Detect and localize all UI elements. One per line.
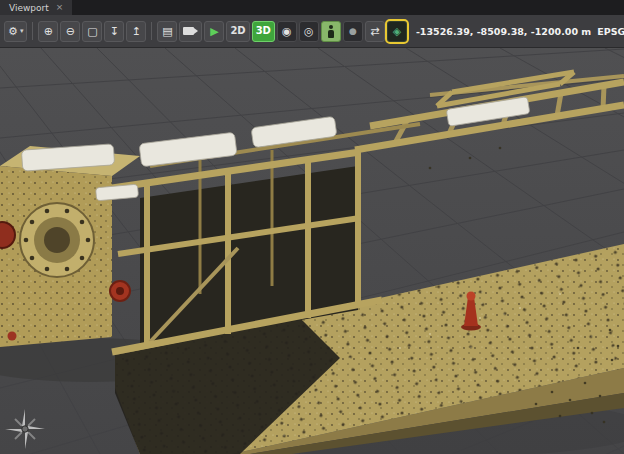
cursor-coordinates: -13526.39, -8509.38, -1200.00 m [416, 26, 591, 37]
compass-widget[interactable] [4, 408, 46, 450]
viewport-tab[interactable]: Viewport × [0, 0, 72, 15]
epsg-code: EPSG:23031 [597, 26, 624, 37]
viewport-canvas[interactable] [0, 48, 624, 454]
titlebar: Viewport × [0, 0, 624, 15]
coordinate-readout: -13526.39, -8509.38, -1200.00 m EPSG:230… [416, 26, 624, 37]
close-icon[interactable]: × [56, 3, 64, 12]
flange-ring [20, 203, 94, 277]
toolbar: ⚙▾⊕⊖▢↧↥▤▶2D3D◉◎●⇄◈ -13526.39, -8509.38, … [0, 15, 624, 48]
viewport-tab-label: Viewport [9, 3, 49, 13]
viewport-area[interactable] [0, 48, 624, 454]
application-window: Viewport × ⚙▾⊕⊖▢↧↥▤▶2D3D◉◎●⇄◈ -13526.39,… [0, 0, 624, 454]
red-dot [8, 332, 17, 341]
red-knob-center [116, 287, 124, 295]
compass-star [5, 409, 45, 449]
